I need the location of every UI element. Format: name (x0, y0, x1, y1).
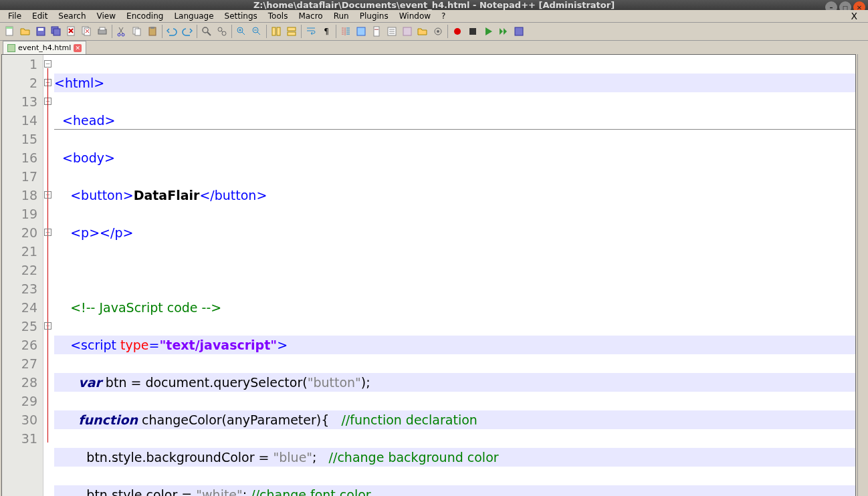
fold-minus-icon[interactable]: − (44, 229, 51, 236)
code-token: //change font color (251, 487, 370, 496)
menu-close-x[interactable]: X (845, 9, 863, 23)
cut-icon[interactable] (114, 24, 129, 39)
user-lang-icon[interactable] (354, 24, 368, 39)
tab-close-icon[interactable]: ✕ (74, 44, 82, 52)
line-number: 2 (2, 74, 37, 92)
toolbar-separator (112, 25, 112, 38)
code-token: "button" (308, 375, 361, 390)
svg-rect-28 (374, 29, 378, 30)
vertical-scrollbar[interactable] (857, 54, 868, 496)
zoom-in-icon[interactable] (234, 24, 249, 39)
line-number: 18 (2, 186, 37, 205)
line-number: 27 (2, 354, 37, 373)
menu-plugins[interactable]: Plugins (354, 10, 394, 22)
code-token: <head> (62, 113, 115, 128)
redo-icon[interactable] (180, 24, 195, 39)
wordwrap-icon[interactable] (304, 24, 318, 39)
line-number: 21 (2, 242, 37, 261)
open-file-icon[interactable] (18, 24, 33, 39)
code-editor[interactable]: 1 2 13 14 15 16 17 18 19 20 21 22 23 24 … (1, 54, 856, 496)
save-macro-icon[interactable] (512, 24, 526, 39)
zoom-out-icon[interactable] (249, 24, 264, 39)
doc-list-icon[interactable] (385, 24, 399, 39)
copy-icon[interactable] (130, 24, 144, 39)
code-token: "text/javascript" (159, 338, 277, 352)
record-icon[interactable] (450, 24, 465, 39)
code-token: //function declaration (341, 412, 477, 427)
title-bar: Z:\home\dataflair\Documents\event_h4.htm… (0, 0, 868, 10)
paste-icon[interactable] (145, 24, 160, 39)
menu-settings[interactable]: Settings (219, 10, 263, 22)
line-number: 29 (2, 392, 37, 410)
doc-map-icon[interactable] (369, 24, 384, 39)
fold-minus-icon[interactable]: − (44, 60, 51, 68)
print-icon[interactable] (95, 24, 110, 39)
editor-tab[interactable]: event_h4.html ✕ (3, 41, 86, 54)
svg-point-32 (437, 30, 439, 33)
playback-multi-icon[interactable] (496, 24, 511, 39)
sync-h-icon[interactable] (284, 24, 299, 39)
find-icon[interactable] (199, 24, 214, 39)
menu-help[interactable]: ? (436, 10, 451, 22)
toolbar-separator (301, 25, 302, 38)
code-token: </button> (199, 188, 267, 203)
line-number-gutter: 1 2 13 14 15 16 17 18 19 20 21 22 23 24 … (2, 55, 43, 496)
code-token: function (78, 412, 138, 427)
menu-bar: File Edit Search View Encoding Language … (0, 10, 868, 23)
menu-run[interactable]: Run (328, 10, 354, 22)
line-number: 23 (2, 279, 37, 298)
svg-rect-25 (288, 32, 296, 35)
menu-macro[interactable]: Macro (293, 10, 328, 22)
undo-icon[interactable] (165, 24, 179, 39)
close-all-icon[interactable] (80, 24, 94, 39)
svg-rect-34 (469, 28, 476, 35)
menu-tools[interactable]: Tools (263, 10, 294, 22)
line-number: 20 (2, 223, 37, 242)
menu-search[interactable]: Search (53, 10, 91, 22)
line-number: 31 (2, 429, 37, 448)
menu-view[interactable]: View (92, 10, 121, 22)
menu-file[interactable]: File (3, 10, 27, 22)
svg-rect-14 (135, 29, 140, 35)
menu-encoding[interactable]: Encoding (121, 10, 169, 22)
replace-icon[interactable] (215, 24, 229, 39)
function-list-icon[interactable] (400, 24, 415, 39)
code-token: <body> (62, 150, 115, 165)
window-title: Z:\home\dataflair\Documents\event_h4.htm… (253, 0, 615, 10)
menu-language[interactable]: Language (169, 10, 219, 22)
play-icon[interactable] (481, 24, 496, 39)
line-number: 14 (2, 111, 37, 130)
indent-guide-icon[interactable] (338, 24, 353, 39)
svg-rect-22 (272, 27, 276, 35)
svg-rect-3 (38, 28, 43, 31)
menu-window[interactable]: Window (394, 10, 436, 22)
show-all-chars-icon[interactable]: ¶ (319, 24, 334, 39)
menu-edit[interactable]: Edit (27, 10, 53, 22)
toolbar-separator (266, 25, 267, 38)
fold-minus-icon[interactable]: − (44, 322, 51, 330)
code-token: > (277, 338, 288, 352)
fold-gutter[interactable]: − + − − − − (43, 55, 53, 496)
svg-rect-8 (84, 28, 90, 35)
code-content[interactable]: <html> <head> <body> <button>DataFlair</… (53, 55, 855, 496)
monitor-icon[interactable] (431, 24, 445, 39)
svg-point-33 (454, 28, 461, 35)
line-number: 19 (2, 205, 37, 223)
code-token: <button> (70, 188, 134, 203)
sync-v-icon[interactable] (269, 24, 284, 39)
save-icon[interactable] (33, 24, 48, 39)
tab-bar: event_h4.html ✕ (0, 41, 868, 54)
new-file-icon[interactable] (3, 24, 17, 39)
code-token: //change background color (329, 450, 499, 465)
code-token: type (120, 338, 148, 352)
svg-rect-16 (150, 27, 154, 29)
code-token: btn.style.color = (86, 487, 196, 496)
folder-icon[interactable] (415, 24, 430, 39)
save-all-icon[interactable] (49, 24, 64, 39)
svg-rect-5 (53, 29, 60, 35)
svg-rect-26 (357, 27, 365, 35)
close-file-icon[interactable] (64, 24, 79, 39)
fold-minus-icon[interactable]: − (44, 191, 51, 199)
code-token: <script (70, 338, 120, 352)
stop-icon[interactable] (465, 24, 480, 39)
